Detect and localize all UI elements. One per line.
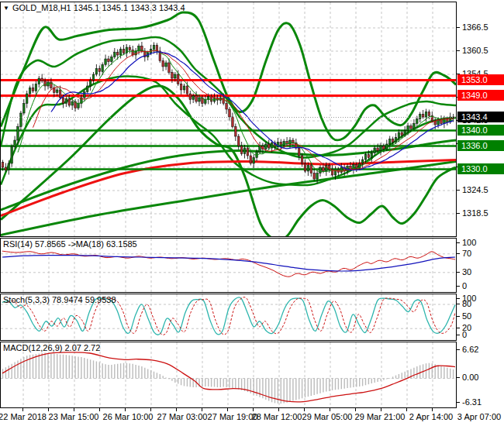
axis-tick-mark — [457, 272, 460, 273]
axis-tick-label: 1318.5 — [462, 208, 488, 218]
axis-tick-mark — [457, 304, 460, 304]
price-badge: 1330.0 — [457, 163, 504, 174]
time-axis-tick — [99, 408, 100, 411]
price-axis[interactable]: 1366.51360.51354.51348.51342.51336.51330… — [457, 0, 504, 426]
time-axis-tick — [48, 408, 49, 411]
time-axis-tick — [227, 408, 228, 411]
time-axis-label: 2 Apr 14:00 — [409, 412, 453, 421]
time-axis-tick — [406, 408, 407, 411]
stochastic-title: Stoch(5,3,3) 78.9474 59.9538 — [3, 295, 116, 304]
time-axis-tick — [278, 408, 279, 411]
axis-tick-mark — [457, 242, 460, 243]
axis-tick-mark — [457, 316, 460, 317]
time-axis-tick — [330, 408, 330, 411]
axis-tick-mark — [457, 253, 460, 254]
rsi-title: RSI(14) 57.8565 ->MA(18) 63.1585 — [3, 239, 137, 249]
axis-tick-label: 50 — [462, 311, 471, 321]
axis-tick-label: 1366.5 — [462, 22, 488, 32]
axis-tick-label: 0 — [462, 330, 467, 339]
axis-tick-mark — [457, 286, 460, 287]
price-badge: 1353.0 — [457, 74, 504, 85]
time-axis-label: 26 Mar 10:00 — [103, 412, 154, 421]
time-axis[interactable]: 22 Mar 201823 Mar 15:0026 Mar 10:0027 Ma… — [0, 408, 504, 426]
axis-tick-label: 100 — [462, 238, 476, 247]
time-axis-tick — [176, 408, 177, 411]
time-axis-tick — [381, 408, 381, 411]
rsi-ma-line — [2, 256, 455, 271]
axis-tick-mark — [457, 298, 460, 299]
time-axis-tick — [202, 408, 202, 411]
time-axis-tick — [355, 408, 356, 411]
axis-tick-mark — [457, 335, 460, 335]
time-axis-tick — [253, 408, 254, 411]
time-axis-tick — [432, 408, 433, 411]
time-axis-label: 27 Mar 19:00 — [208, 412, 258, 421]
axis-tick-label: 1360.5 — [462, 46, 488, 55]
chart-title: ▼GOLD_M18,H1 1345.1 1345.1 1343.3 1343.4 — [3, 3, 185, 12]
price-badge: 1336.0 — [457, 140, 504, 151]
axis-tick-mark — [457, 50, 460, 51]
stochastic-indicator-panel[interactable]: Stoch(5,3,3) 78.9474 59.9538 — [0, 294, 457, 341]
time-axis-label: 27 Mar 03:00 — [157, 412, 208, 421]
axis-tick-mark — [457, 190, 460, 191]
time-axis-tick — [304, 408, 305, 411]
axis-tick-mark — [457, 27, 460, 28]
time-axis-tick — [150, 408, 151, 411]
time-axis-tick — [22, 408, 23, 411]
macd-histogram — [3, 353, 454, 404]
time-axis-label: 28 Mar 12:00 — [252, 412, 302, 421]
macd-title: MACD(12,26,9) 2.07 2.72 — [3, 343, 100, 352]
axis-tick-label: 30 — [462, 267, 471, 277]
axis-tick-mark — [457, 213, 460, 214]
axis-tick-mark — [457, 377, 460, 378]
axis-tick-mark — [457, 349, 460, 350]
rsi-indicator-panel[interactable]: RSI(14) 57.8565 ->MA(18) 63.1585 — [0, 238, 457, 293]
main-chart-panel[interactable]: ▼GOLD_M18,H1 1345.1 1345.1 1343.3 1343.4 — [0, 2, 457, 237]
price-badge: 1340.0 — [457, 125, 504, 136]
axis-tick-label: 1324.5 — [462, 185, 488, 194]
time-axis-label: 29 Mar 21:00 — [355, 412, 406, 421]
time-axis-tick — [125, 408, 126, 411]
price-badge: 1349.0 — [457, 90, 504, 101]
axis-tick-label: 0 — [462, 281, 467, 290]
axis-tick-mark — [457, 402, 460, 403]
price-badge: 1343.4 — [457, 112, 504, 122]
chart-title-text: GOLD_M18,H1 1345.1 1345.1 1343.3 1343.4 — [12, 3, 185, 12]
axis-tick-label: 70 — [462, 249, 471, 258]
axis-tick-mark — [457, 328, 460, 328]
axis-tick-label: 0.00 — [462, 373, 478, 382]
axis-tick-label: -6.31 — [462, 397, 482, 407]
axis-tick-label: 80 — [462, 299, 471, 308]
macd-signal-line — [2, 352, 455, 402]
main-plot — [1, 2, 456, 236]
symbol-menu-icon[interactable]: ▼ — [3, 5, 9, 12]
time-axis-label: 23 Mar 15:00 — [49, 412, 99, 421]
macd-indicator-panel[interactable]: MACD(12,26,9) 2.07 2.72 — [0, 342, 457, 408]
axis-tick-label: 6.62 — [462, 345, 478, 354]
time-axis-label: 29 Mar 05:00 — [302, 412, 353, 421]
time-axis-tick — [74, 408, 74, 411]
time-axis-label: 22 Mar 2018 — [0, 412, 47, 421]
